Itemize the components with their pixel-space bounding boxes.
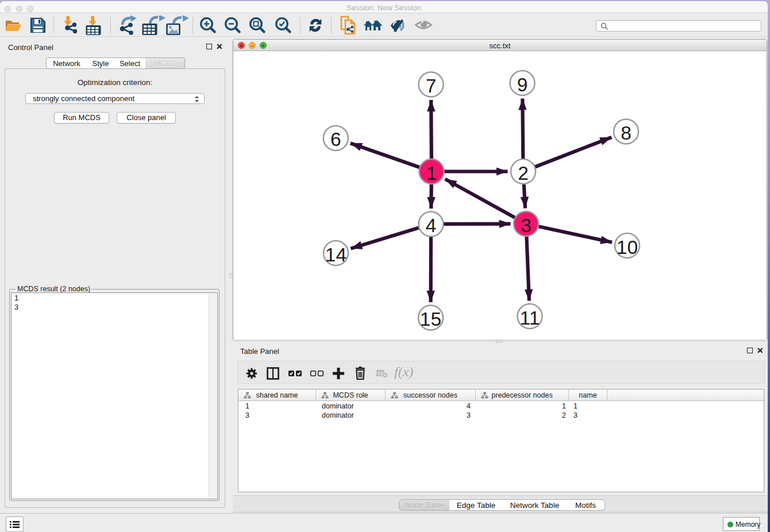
svg-text:11: 11 (520, 307, 540, 329)
svg-text:3: 3 (521, 215, 532, 236)
svg-text:6: 6 (330, 129, 341, 150)
svg-text:14: 14 (325, 244, 346, 265)
svg-text:9: 9 (517, 74, 528, 95)
svg-text:8: 8 (621, 122, 632, 144)
svg-text:15: 15 (420, 309, 441, 330)
svg-text:1: 1 (426, 163, 437, 184)
svg-text:2: 2 (518, 163, 529, 184)
svg-text:4: 4 (426, 215, 437, 236)
svg-text:10: 10 (617, 237, 638, 258)
svg-text:7: 7 (426, 75, 437, 97)
